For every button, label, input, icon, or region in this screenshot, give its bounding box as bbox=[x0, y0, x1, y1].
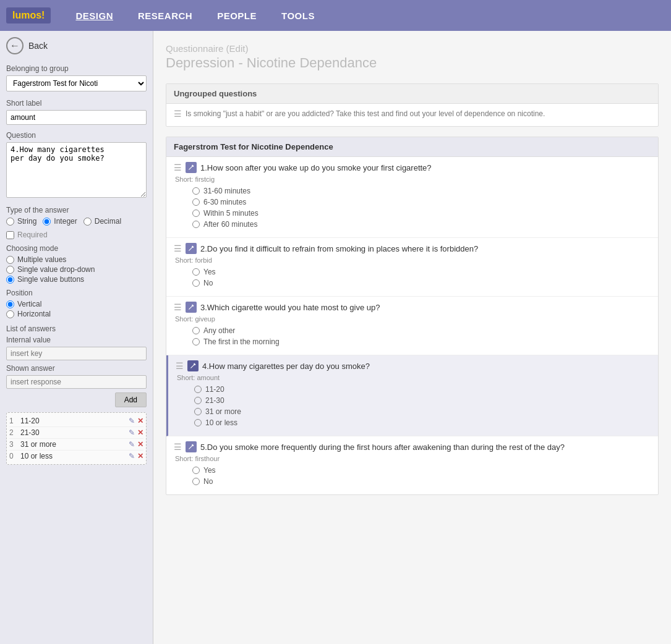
nav-design[interactable]: DESIGN bbox=[63, 11, 126, 21]
answer-row-4: 0 10 or less ✎ ✕ bbox=[9, 451, 143, 462]
short-label-label: Short label bbox=[6, 99, 147, 108]
q2-opt-1: Yes bbox=[192, 266, 632, 278]
answer-type-label: Type of the answer bbox=[6, 206, 147, 214]
edit-q2-button[interactable] bbox=[186, 243, 197, 254]
top-nav: lumos! DESIGN RESEARCH PEOPLE TOOLS bbox=[0, 0, 671, 31]
type-integer[interactable]: Integer bbox=[43, 217, 77, 226]
drag-icon-5: ☰ bbox=[174, 442, 182, 452]
q1-short: Short: firstcig bbox=[175, 176, 651, 183]
ungrouped-desc-item: ☰ Is smoking "just a habit" or are you a… bbox=[166, 104, 658, 126]
mode-dropdown[interactable]: Single value drop-down bbox=[6, 265, 147, 274]
choosing-mode-label: Choosing mode bbox=[6, 244, 147, 253]
ungrouped-group: Ungrouped questions ☰ Is smoking "just a… bbox=[166, 83, 659, 127]
q1-opt-4: After 60 minutes bbox=[192, 219, 632, 230]
q3-text: 3.Which cigarette would you hate most to… bbox=[200, 303, 380, 312]
right-panel: Questionnaire (Edit) Depression - Nicoti… bbox=[153, 31, 671, 644]
group-select[interactable]: Fagerstrom Test for Nicoti bbox=[6, 75, 147, 91]
q4-options: 11-20 21-30 31 or more 10 or less bbox=[176, 381, 651, 431]
answer-row-3: 3 31 or more ✎ ✕ bbox=[9, 439, 143, 451]
delete-answer-1-icon[interactable]: ✕ bbox=[137, 417, 143, 425]
delete-answer-3-icon[interactable]: ✕ bbox=[137, 440, 143, 449]
type-string[interactable]: String bbox=[6, 217, 36, 226]
short-label-input[interactable] bbox=[6, 110, 147, 125]
left-panel: ← Back Belonging to group Fagerstrom Tes… bbox=[0, 31, 153, 644]
required-row[interactable]: Required bbox=[6, 231, 147, 239]
nav-people[interactable]: PEOPLE bbox=[205, 11, 269, 21]
question-item-1: ☰ 1.How soon after you wake up do you sm… bbox=[166, 157, 658, 238]
question-label: Question bbox=[6, 131, 147, 140]
nav-research[interactable]: RESEARCH bbox=[126, 11, 205, 21]
edit-answer-1-icon[interactable]: ✎ bbox=[129, 417, 135, 425]
group-select-container: Fagerstrom Test for Nicoti bbox=[6, 75, 147, 91]
drag-icon-ug: ☰ bbox=[174, 109, 182, 119]
q3-short: Short: giveup bbox=[175, 315, 651, 323]
answer-row-1: 1 11-20 ✎ ✕ bbox=[9, 415, 143, 427]
question-item-5: ☰ 5.Do you smoke more frequently during … bbox=[166, 436, 658, 494]
q5-options: Yes No bbox=[174, 462, 651, 489]
q4-opt-1: 11-20 bbox=[194, 384, 632, 395]
internal-value-label: Internal value bbox=[6, 336, 147, 344]
q1-opt-3: Within 5 minutes bbox=[192, 208, 632, 219]
q1-text: 1.How soon after you wake up do you smok… bbox=[200, 163, 432, 172]
q2-opt-2: No bbox=[192, 278, 632, 289]
q1-options: 31-60 minutes 6-30 minutes Within 5 minu… bbox=[174, 183, 651, 232]
pos-horizontal[interactable]: Horizontal bbox=[6, 310, 147, 318]
back-button[interactable]: ← Back bbox=[6, 37, 147, 54]
q4-opt-2: 21-30 bbox=[194, 395, 632, 406]
drag-icon-3: ☰ bbox=[174, 302, 182, 312]
q1-opt-1: 31-60 minutes bbox=[192, 185, 632, 197]
edit-q1-button[interactable] bbox=[186, 162, 197, 173]
position-label: Position bbox=[6, 289, 147, 297]
mode-multiple[interactable]: Multiple values bbox=[6, 255, 147, 264]
q3-options: Any other The first in the morning bbox=[174, 323, 651, 350]
question-item-4: ☰ 4.How many cigarettes per day do you s… bbox=[166, 355, 658, 436]
edit-q4-button[interactable] bbox=[187, 360, 199, 371]
q5-opt-2: No bbox=[192, 476, 632, 487]
edit-answer-4-icon[interactable]: ✎ bbox=[129, 452, 135, 460]
shown-answer-input[interactable] bbox=[6, 375, 147, 389]
belonging-label: Belonging to group bbox=[6, 64, 147, 73]
internal-key-input[interactable] bbox=[6, 347, 147, 360]
q4-short: Short: amount bbox=[177, 374, 651, 381]
add-button[interactable]: Add bbox=[115, 392, 147, 407]
nav-tools[interactable]: TOOLS bbox=[269, 11, 327, 21]
q5-header: ☰ 5.Do you smoke more frequently during … bbox=[174, 441, 651, 452]
type-decimal[interactable]: Decimal bbox=[83, 217, 121, 226]
answers-list: 1 11-20 ✎ ✕ 2 21-30 ✎ ✕ 3 31 or more bbox=[6, 412, 147, 465]
delete-answer-4-icon[interactable]: ✕ bbox=[137, 452, 143, 460]
delete-answer-2-icon[interactable]: ✕ bbox=[137, 428, 143, 437]
question-textarea[interactable]: 4.How many cigarettes per day do you smo… bbox=[6, 142, 147, 198]
drag-icon-4: ☰ bbox=[176, 361, 184, 371]
q5-text: 5.Do you smoke more frequently during th… bbox=[200, 443, 565, 452]
q2-header: ☰ 2.Do you find it difficult to refrain … bbox=[174, 243, 651, 254]
question-item-2: ☰ 2.Do you find it difficult to refrain … bbox=[166, 238, 658, 297]
edit-answer-3-icon[interactable]: ✎ bbox=[129, 440, 135, 449]
required-checkbox[interactable] bbox=[6, 231, 14, 239]
ungrouped-desc-text: Is smoking "just a habit" or are you add… bbox=[186, 109, 545, 118]
answer-type-group: String Integer Decimal bbox=[6, 217, 147, 226]
q2-text: 2.Do you find it difficult to refrain fr… bbox=[200, 244, 478, 253]
position-group: Vertical Horizontal bbox=[6, 300, 147, 318]
q4-header: ☰ 4.How many cigarettes per day do you s… bbox=[176, 360, 651, 371]
q2-options: Yes No bbox=[174, 264, 651, 291]
edit-q5-button[interactable] bbox=[186, 441, 197, 452]
answer-row-2: 2 21-30 ✎ ✕ bbox=[9, 427, 143, 439]
q4-opt-4: 10 or less bbox=[194, 417, 632, 428]
pos-vertical[interactable]: Vertical bbox=[6, 300, 147, 308]
drag-icon-1: ☰ bbox=[174, 163, 182, 172]
edit-answer-2-icon[interactable]: ✎ bbox=[129, 428, 135, 437]
back-circle-icon: ← bbox=[6, 37, 24, 54]
q4-text: 4.How many cigarettes per day do you smo… bbox=[202, 362, 370, 371]
choosing-mode-group: Multiple values Single value drop-down S… bbox=[6, 255, 147, 284]
q1-opt-2: 6-30 minutes bbox=[192, 197, 632, 208]
mode-buttons[interactable]: Single value buttons bbox=[6, 275, 147, 284]
edit-q3-button[interactable] bbox=[186, 302, 197, 313]
q4-opt-3: 31 or more bbox=[194, 406, 632, 417]
q5-short: Short: firsthour bbox=[175, 455, 651, 462]
q5-opt-1: Yes bbox=[192, 465, 632, 476]
page-title: Depression - Nicotine Dependance bbox=[166, 55, 659, 71]
fagerstrom-header: Fagerstrom Test for Nicotine Dependence bbox=[166, 137, 658, 157]
fagerstrom-group: Fagerstrom Test for Nicotine Dependence … bbox=[166, 137, 659, 495]
drag-icon-2: ☰ bbox=[174, 244, 182, 253]
q1-header: ☰ 1.How soon after you wake up do you sm… bbox=[174, 162, 651, 173]
